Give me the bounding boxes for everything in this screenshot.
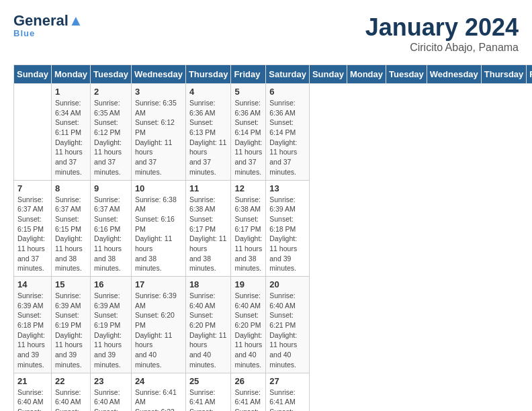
calendar-cell: 13Sunrise: 6:39 AMSunset: 6:18 PMDayligh… (266, 180, 310, 277)
header-saturday: Saturday (266, 65, 310, 84)
calendar-cell: 8Sunrise: 6:37 AMSunset: 6:15 PMDaylight… (51, 180, 90, 277)
day-info: Sunrise: 6:37 AMSunset: 6:16 PMDaylight:… (94, 195, 128, 274)
calendar-week-2: 7Sunrise: 6:37 AMSunset: 6:15 PMDaylight… (14, 180, 533, 277)
header-sunday: Sunday (309, 65, 347, 84)
calendar-cell: 5Sunrise: 6:36 AMSunset: 6:14 PMDaylight… (231, 84, 266, 181)
day-number: 9 (94, 183, 128, 193)
calendar-cell: 2Sunrise: 6:35 AMSunset: 6:12 PMDaylight… (91, 84, 132, 181)
logo: General▲ Blue (13, 13, 83, 38)
header-wednesday: Wednesday (427, 65, 481, 84)
day-info: Sunrise: 6:39 AMSunset: 6:19 PMDaylight:… (94, 291, 128, 370)
day-number: 1 (55, 87, 87, 97)
calendar-cell: 1Sunrise: 6:34 AMSunset: 6:11 PMDaylight… (51, 84, 90, 181)
calendar-cell: 21Sunrise: 6:40 AMSunset: 6:21 PMDayligh… (14, 373, 52, 411)
calendar-cell: 6Sunrise: 6:36 AMSunset: 6:14 PMDaylight… (266, 84, 310, 181)
day-info: Sunrise: 6:40 AMSunset: 6:20 PMDaylight:… (234, 291, 262, 370)
header-friday: Friday (231, 65, 266, 84)
day-number: 25 (189, 376, 228, 386)
day-number: 24 (135, 376, 182, 386)
calendar-cell: 17Sunrise: 6:39 AMSunset: 6:20 PMDayligh… (131, 277, 185, 373)
day-info: Sunrise: 6:40 AMSunset: 6:22 PMDaylight:… (94, 387, 128, 412)
day-number: 14 (17, 279, 48, 289)
calendar-cell: 10Sunrise: 6:38 AMSunset: 6:16 PMDayligh… (131, 180, 185, 277)
calendar-cell: 27Sunrise: 6:41 AMSunset: 6:24 PMDayligh… (266, 373, 310, 411)
calendar-cell: 7Sunrise: 6:37 AMSunset: 6:15 PMDaylight… (14, 180, 52, 277)
calendar-header-row: SundayMondayTuesdayWednesdayThursdayFrid… (14, 65, 533, 84)
day-info: Sunrise: 6:37 AMSunset: 6:15 PMDaylight:… (55, 195, 87, 274)
calendar-cell: 15Sunrise: 6:39 AMSunset: 6:19 PMDayligh… (51, 277, 90, 373)
day-number: 5 (234, 87, 262, 97)
day-number: 22 (55, 376, 87, 386)
calendar-cell: 11Sunrise: 6:38 AMSunset: 6:17 PMDayligh… (185, 180, 231, 277)
calendar-cell: 12Sunrise: 6:38 AMSunset: 6:17 PMDayligh… (231, 180, 266, 277)
calendar-cell: 9Sunrise: 6:37 AMSunset: 6:16 PMDaylight… (91, 180, 132, 277)
day-number: 23 (94, 376, 128, 386)
page-header: General▲ Blue January 2024 Ciricito Abaj… (13, 13, 519, 54)
calendar-cell (14, 84, 52, 181)
logo-name: General▲ (13, 13, 83, 28)
calendar-week-3: 14Sunrise: 6:39 AMSunset: 6:18 PMDayligh… (14, 277, 533, 373)
day-number: 2 (94, 87, 128, 97)
logo-tagline: Blue (13, 28, 35, 38)
day-info: Sunrise: 6:35 AMSunset: 6:12 PMDaylight:… (135, 98, 182, 177)
day-info: Sunrise: 6:39 AMSunset: 6:18 PMDaylight:… (17, 291, 48, 370)
day-number: 26 (234, 376, 262, 386)
day-info: Sunrise: 6:41 AMSunset: 6:23 PMDaylight:… (135, 387, 182, 412)
calendar-cell: 14Sunrise: 6:39 AMSunset: 6:18 PMDayligh… (14, 277, 52, 373)
calendar-cell: 24Sunrise: 6:41 AMSunset: 6:23 PMDayligh… (131, 373, 185, 411)
day-info: Sunrise: 6:34 AMSunset: 6:11 PMDaylight:… (55, 98, 87, 177)
day-number: 27 (269, 376, 306, 386)
day-info: Sunrise: 6:36 AMSunset: 6:14 PMDaylight:… (269, 98, 306, 177)
title-block: January 2024 Ciricito Abajo, Panama (365, 13, 519, 54)
header-monday: Monday (347, 65, 386, 84)
day-info: Sunrise: 6:39 AMSunset: 6:19 PMDaylight:… (55, 291, 87, 370)
header-monday: Monday (51, 65, 90, 84)
day-info: Sunrise: 6:36 AMSunset: 6:14 PMDaylight:… (234, 98, 262, 177)
location: Ciricito Abajo, Panama (365, 42, 519, 54)
header-thursday: Thursday (185, 65, 231, 84)
header-friday: Friday (527, 65, 532, 84)
day-number: 17 (135, 279, 182, 289)
header-tuesday: Tuesday (91, 65, 132, 84)
day-info: Sunrise: 6:40 AMSunset: 6:21 PMDaylight:… (269, 291, 306, 370)
calendar-cell: 16Sunrise: 6:39 AMSunset: 6:19 PMDayligh… (91, 277, 132, 373)
calendar-cell: 22Sunrise: 6:40 AMSunset: 6:22 PMDayligh… (51, 373, 90, 411)
day-number: 3 (135, 87, 182, 97)
day-info: Sunrise: 6:40 AMSunset: 6:20 PMDaylight:… (189, 291, 228, 370)
calendar-cell: 25Sunrise: 6:41 AMSunset: 6:23 PMDayligh… (185, 373, 231, 411)
day-number: 18 (189, 279, 228, 289)
day-info: Sunrise: 6:38 AMSunset: 6:17 PMDaylight:… (189, 195, 228, 274)
day-number: 7 (17, 183, 48, 193)
calendar-cell: 18Sunrise: 6:40 AMSunset: 6:20 PMDayligh… (185, 277, 231, 373)
day-number: 12 (234, 183, 262, 193)
day-info: Sunrise: 6:41 AMSunset: 6:23 PMDaylight:… (234, 387, 262, 412)
day-number: 11 (189, 183, 228, 193)
day-number: 21 (17, 376, 48, 386)
day-info: Sunrise: 6:36 AMSunset: 6:13 PMDaylight:… (189, 98, 228, 177)
calendar-cell: 3Sunrise: 6:35 AMSunset: 6:12 PMDaylight… (131, 84, 185, 181)
day-number: 13 (269, 183, 306, 193)
calendar-table: SundayMondayTuesdayWednesdayThursdayFrid… (13, 64, 532, 411)
header-tuesday: Tuesday (386, 65, 427, 84)
day-number: 20 (269, 279, 306, 289)
day-info: Sunrise: 6:39 AMSunset: 6:20 PMDaylight:… (135, 291, 182, 370)
day-number: 19 (234, 279, 262, 289)
day-number: 15 (55, 279, 87, 289)
calendar-cell: 26Sunrise: 6:41 AMSunset: 6:23 PMDayligh… (231, 373, 266, 411)
calendar-cell: 23Sunrise: 6:40 AMSunset: 6:22 PMDayligh… (91, 373, 132, 411)
day-info: Sunrise: 6:39 AMSunset: 6:18 PMDaylight:… (269, 195, 306, 274)
day-number: 16 (94, 279, 128, 289)
day-info: Sunrise: 6:37 AMSunset: 6:15 PMDaylight:… (17, 195, 48, 274)
header-sunday: Sunday (14, 65, 52, 84)
day-info: Sunrise: 6:41 AMSunset: 6:23 PMDaylight:… (189, 387, 228, 412)
day-info: Sunrise: 6:38 AMSunset: 6:16 PMDaylight:… (135, 195, 182, 274)
calendar-cell: 20Sunrise: 6:40 AMSunset: 6:21 PMDayligh… (266, 277, 310, 373)
calendar-week-1: 1Sunrise: 6:34 AMSunset: 6:11 PMDaylight… (14, 84, 533, 181)
day-info: Sunrise: 6:35 AMSunset: 6:12 PMDaylight:… (94, 98, 128, 177)
day-info: Sunrise: 6:40 AMSunset: 6:21 PMDaylight:… (17, 387, 48, 412)
calendar-week-4: 21Sunrise: 6:40 AMSunset: 6:21 PMDayligh… (14, 373, 533, 411)
header-wednesday: Wednesday (131, 65, 185, 84)
day-number: 4 (189, 87, 228, 97)
day-number: 10 (135, 183, 182, 193)
header-thursday: Thursday (481, 65, 527, 84)
